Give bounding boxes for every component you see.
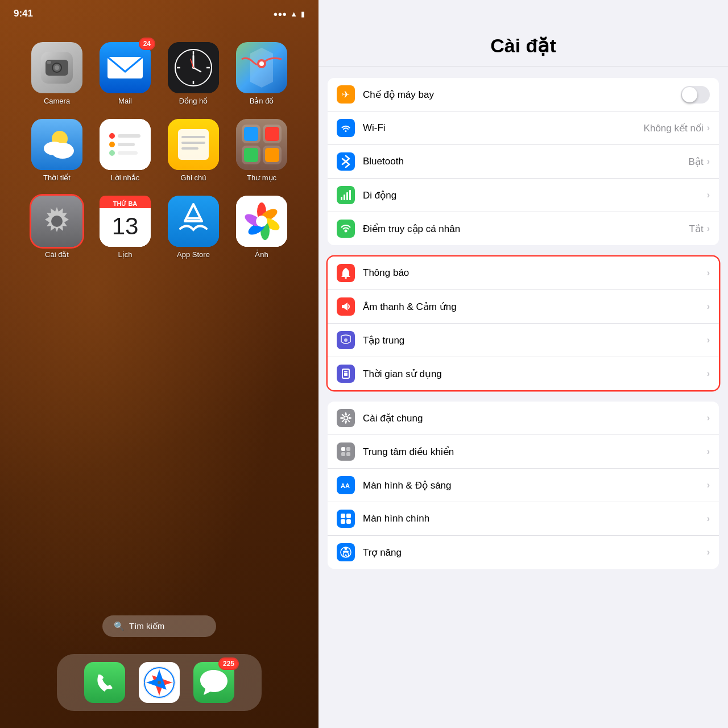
notifications-row-icon: [337, 264, 355, 282]
home-screen-label: Màn hình chính: [363, 513, 707, 524]
app-weather[interactable]: Thời tiết: [26, 119, 88, 182]
svg-point-48: [51, 216, 63, 227]
row-hotspot[interactable]: Điểm truy cập cá nhân Tắt ›: [328, 212, 719, 245]
display-row-icon: AA: [337, 476, 355, 494]
settings-label: Cài đặt: [45, 250, 69, 259]
clock-icon: [168, 42, 219, 93]
app-clock[interactable]: Đồng hồ: [162, 42, 225, 105]
general-label: Cài đặt chung: [363, 412, 707, 424]
screentime-chevron: ›: [707, 369, 710, 379]
app-mail[interactable]: 24 Mail: [94, 42, 156, 105]
app-photos[interactable]: Ảnh: [230, 196, 293, 259]
clock-label: Đồng hồ: [179, 97, 208, 105]
svg-rect-77: [349, 190, 351, 200]
svg-rect-5: [47, 61, 51, 64]
row-general[interactable]: Cài đặt chung ›: [328, 402, 719, 435]
airplane-toggle[interactable]: [681, 86, 710, 104]
home-screen-row-icon: [337, 510, 355, 528]
row-screentime[interactable]: Thời gian sử dụng ›: [328, 357, 719, 390]
row-display[interactable]: AA Màn hình & Độ sáng ›: [328, 469, 719, 502]
svg-point-72: [158, 681, 161, 684]
app-calendar[interactable]: THỨ BA 13 Lịch: [94, 196, 156, 259]
row-airplane[interactable]: ✈ Chế độ máy bay: [328, 78, 719, 111]
app-camera[interactable]: Camera: [26, 42, 88, 105]
row-bluetooth[interactable]: Bluetooth Bật ›: [328, 145, 719, 179]
settings-content: ✈ Chế độ máy bay Wi-Fi Không kết nối ›: [318, 67, 728, 728]
battery-icon: ▮: [301, 10, 305, 18]
svg-rect-79: [345, 277, 347, 279]
wifi-row-icon: [337, 119, 355, 137]
accessibility-chevron: ›: [707, 547, 710, 557]
svg-rect-76: [346, 192, 348, 200]
svg-point-26: [109, 133, 115, 139]
app-folder[interactable]: Thư mục: [230, 119, 293, 182]
hotspot-label: Điểm truy cập cá nhân: [363, 223, 689, 235]
svg-rect-31: [118, 151, 138, 155]
svg-rect-27: [118, 134, 140, 138]
sounds-row-icon: [337, 297, 355, 316]
wifi-icon: ▲: [290, 10, 297, 18]
folder-icon: [236, 119, 287, 170]
bluetooth-label: Bluetooth: [363, 156, 689, 167]
row-control-center[interactable]: Trung tâm điều khiển ›: [328, 435, 719, 469]
row-sounds[interactable]: Âm thanh & Cảm ứng ›: [328, 290, 719, 324]
app-notes[interactable]: Ghi chú: [162, 119, 225, 182]
svg-rect-88: [346, 447, 350, 451]
app-reminders[interactable]: Lời nhắc: [94, 119, 156, 182]
app-settings[interactable]: Cài đặt: [26, 196, 88, 259]
svg-rect-94: [341, 519, 345, 524]
svg-point-78: [345, 230, 348, 233]
svg-rect-85: [344, 371, 348, 372]
photos-label: Ảnh: [255, 250, 268, 259]
row-focus[interactable]: Tập trung ›: [328, 324, 719, 357]
wifi-label: Wi-Fi: [363, 122, 644, 134]
settings-group-connectivity: ✈ Chế độ máy bay Wi-Fi Không kết nối ›: [328, 78, 719, 245]
notes-icon: [168, 119, 219, 170]
svg-rect-34: [181, 136, 205, 138]
hotspot-row-icon: [337, 220, 355, 238]
airplane-label: Chế độ máy bay: [363, 89, 681, 101]
svg-point-86: [344, 416, 348, 420]
dock-messages[interactable]: 225: [193, 662, 234, 703]
sounds-chevron: ›: [707, 301, 710, 312]
app-appstore[interactable]: App Store: [162, 196, 225, 259]
row-notifications[interactable]: Thông báo ›: [328, 257, 719, 290]
maps-label: Bản đồ: [250, 97, 274, 105]
folder-label: Thư mục: [247, 173, 276, 182]
row-accessibility[interactable]: Trợ năng ›: [328, 536, 719, 569]
svg-text:AA: AA: [341, 482, 350, 489]
settings-group-notifications: Thông báo › Âm thanh & Cảm ứng ›: [328, 257, 719, 390]
bluetooth-value: Bật: [689, 156, 704, 168]
settings-panel: Cài đặt ✈ Chế độ máy bay Wi-Fi: [318, 0, 728, 728]
dock-phone[interactable]: [84, 662, 125, 703]
sounds-label: Âm thanh & Cảm ứng: [363, 301, 707, 313]
settings-group-general: Cài đặt chung › Trung tâm điều khiển ›: [328, 402, 719, 569]
svg-point-20: [259, 61, 264, 66]
control-center-chevron: ›: [707, 446, 710, 457]
svg-rect-7: [107, 57, 143, 78]
screentime-row-icon: [337, 365, 355, 383]
bluetooth-chevron: ›: [707, 156, 710, 167]
search-bar[interactable]: 🔍 Tìm kiếm: [102, 615, 216, 637]
phone-icon: [84, 662, 125, 703]
svg-rect-43: [265, 127, 279, 141]
svg-rect-74: [341, 197, 342, 200]
dock-safari[interactable]: [139, 662, 180, 703]
camera-label: Camera: [44, 97, 70, 105]
settings-header: Cài đặt: [318, 0, 728, 67]
cellular-label: Di động: [363, 189, 707, 201]
status-bar: 9:41 ●●● ▲ ▮: [0, 0, 318, 19]
svg-rect-89: [341, 452, 345, 456]
svg-rect-44: [244, 148, 258, 162]
signal-icon: ●●●: [274, 10, 287, 18]
row-cellular[interactable]: Di động ›: [328, 179, 719, 212]
row-wifi[interactable]: Wi-Fi Không kết nối ›: [328, 111, 719, 145]
svg-text:THỨ BA: THỨ BA: [113, 200, 138, 207]
display-chevron: ›: [707, 480, 710, 490]
photos-icon: [236, 196, 287, 247]
row-home-screen[interactable]: Màn hình chính ›: [328, 502, 719, 536]
phone-screen: 9:41 ●●● ▲ ▮ Camera: [0, 0, 318, 728]
mail-label: Mail: [118, 97, 132, 105]
app-maps[interactable]: Bản đồ: [230, 42, 293, 105]
hotspot-value: Tắt: [689, 223, 704, 235]
